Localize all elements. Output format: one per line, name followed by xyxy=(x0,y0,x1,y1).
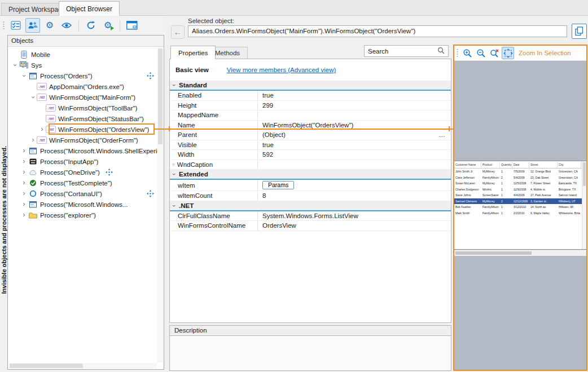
cortana-icon xyxy=(28,190,38,197)
expand-icon[interactable]: › xyxy=(20,178,28,188)
tree-item[interactable]: ›Process("CortanaUI") xyxy=(8,188,157,199)
expand-icon[interactable]: › xyxy=(20,167,28,177)
run-settings-button[interactable]: ⚙ xyxy=(100,18,115,33)
property-row[interactable]: Enabledtrue xyxy=(170,91,451,101)
expand-value-button[interactable]: … xyxy=(439,131,451,138)
objects-horizontal-scrollbar[interactable] xyxy=(8,363,157,369)
search-input[interactable]: Search xyxy=(364,45,449,57)
expand-icon[interactable]: › xyxy=(20,157,28,166)
settings-gear-button[interactable]: ⚙ xyxy=(42,18,57,33)
thumbnail-cell: 7, Flower Street xyxy=(529,180,558,187)
net-icon: .net xyxy=(37,136,47,144)
tree-item[interactable]: ›Process("Microsoft.Windows.ShellExperie… xyxy=(8,145,157,156)
expand-icon[interactable]: › xyxy=(20,189,28,198)
selected-object-field[interactable]: Aliases.Orders.WinFormsObject("MainForm"… xyxy=(188,25,567,37)
toolbar-grip[interactable] xyxy=(2,21,5,30)
objects-vertical-scrollbar[interactable] xyxy=(157,47,163,362)
property-row[interactable]: MappedName xyxy=(170,110,451,121)
thumbnail-cell: 12/9/2008 xyxy=(512,187,529,193)
scrollbar-thumb xyxy=(583,162,586,186)
thumbnail-cell: Whitestone, Brita xyxy=(558,210,581,216)
property-value: WinFormsObject("OrdersView") xyxy=(262,122,353,129)
tree-item[interactable]: ›Process("OneDrive") xyxy=(8,167,157,178)
property-row[interactable]: Height299 xyxy=(170,101,451,111)
tree-item-selected[interactable]: ›.netWinFormsObject("OrdersView") xyxy=(8,124,157,135)
search-placeholder: Search xyxy=(368,48,388,55)
highlight-on-screen-icon[interactable] xyxy=(106,169,113,176)
property-row[interactable]: WinFormsControlNameOrdersView xyxy=(170,221,451,231)
property-row[interactable]: ○WndCaption xyxy=(170,160,451,170)
tree-item[interactable]: ›Process("explorer") xyxy=(8,210,157,220)
tree-item-label: Process("explorer") xyxy=(40,212,96,219)
scrollbar-thumb[interactable] xyxy=(158,48,163,144)
expand-icon[interactable]: › xyxy=(20,146,28,156)
property-row[interactable]: Visibletrue xyxy=(170,140,451,150)
zoom-cancel-button[interactable] xyxy=(488,47,501,59)
thumbnail-cell: 17, Park Avenue xyxy=(529,192,558,198)
thumbnail-cell: 1 xyxy=(500,192,512,198)
tree-item[interactable]: .netWinFormsObject("ToolBar") xyxy=(8,103,157,113)
copy-button[interactable] xyxy=(572,24,587,39)
tree-item[interactable]: .netWinFormsObject("StatusBar") xyxy=(8,113,157,124)
tree-item-label: WinFormsObject("OrderForm") xyxy=(49,137,138,144)
net-icon: .net xyxy=(46,126,56,133)
thumbnail-cell: MyMoney xyxy=(481,198,500,205)
object-browser-window: Project Workspace Object Browser ⚙ ⚙ Inv… xyxy=(0,0,588,372)
tree-item[interactable]: ›Process("InputApp") xyxy=(8,156,157,167)
property-row[interactable]: NameWinFormsObject("OrdersView") xyxy=(170,121,451,131)
highlight-on-screen-icon[interactable] xyxy=(147,72,154,79)
property-row[interactable]: Parent(Object)… xyxy=(170,130,451,140)
visibility-eye-button[interactable] xyxy=(59,18,74,33)
collapse-icon[interactable]: › xyxy=(10,61,20,69)
params-button[interactable]: Params xyxy=(262,181,294,189)
back-button[interactable]: ← xyxy=(171,25,185,39)
show-objects-button[interactable] xyxy=(25,18,40,33)
property-name: ClrFullClassName xyxy=(178,212,230,219)
expand-icon[interactable]: › xyxy=(20,210,28,220)
tree-item[interactable]: Mobile xyxy=(8,49,157,60)
tree-item[interactable]: ›.netWinFormsObject("OrderForm") xyxy=(8,135,157,145)
scrollbar-thumb[interactable] xyxy=(10,364,83,368)
expand-icon[interactable]: › xyxy=(29,135,37,145)
zoom-in-selection-button[interactable] xyxy=(502,47,514,59)
thumbnail-cell: FamilyAlbum xyxy=(481,204,500,210)
tree-item[interactable]: ›Process("Orders") xyxy=(8,70,157,81)
property-row[interactable]: Width592 xyxy=(170,150,451,160)
tree-item[interactable]: .netAppDomain("Orders.exe") xyxy=(8,81,157,92)
property-grid: ›StandardEnabledtrueHeight299MappedNameN… xyxy=(170,81,451,231)
thumbnail-cell: 5/4/2009 xyxy=(512,175,529,181)
section-header[interactable]: ›Standard xyxy=(170,81,451,91)
thumbnail-column-header: Date xyxy=(512,162,529,168)
description-header[interactable]: Description xyxy=(169,325,451,336)
section-header[interactable]: ›Extended xyxy=(170,170,451,180)
tab-object-browser[interactable]: Object Browser xyxy=(59,1,120,16)
tree-item[interactable]: ›Process("TestComplete") xyxy=(8,178,157,188)
collapse-icon[interactable]: › xyxy=(28,94,38,101)
tree-item[interactable]: ›Process("Microsoft.Windows... xyxy=(8,199,157,210)
thumbnail-cell: 3, Garden st. xyxy=(529,198,558,205)
zoom-out-button[interactable] xyxy=(475,47,487,59)
property-row[interactable]: wItemCount8 xyxy=(170,191,451,201)
property-value: true xyxy=(262,92,274,99)
thumbnail-cell: 1 xyxy=(500,210,512,216)
thumbnail-column-header: Customer Name xyxy=(454,162,481,168)
checklist-button[interactable] xyxy=(8,18,23,33)
tab-properties[interactable]: Properties xyxy=(170,46,216,59)
expand-icon[interactable]: › xyxy=(20,200,28,209)
property-row[interactable]: ClrFullClassNameSystem.Windows.Forms.Lis… xyxy=(170,211,451,222)
window-view-button[interactable] xyxy=(125,18,139,33)
highlight-on-screen-icon[interactable] xyxy=(147,190,154,197)
tree-item[interactable]: ›.netWinFormsObject("MainForm") xyxy=(8,92,157,103)
tree-item[interactable]: ›Sys xyxy=(8,60,157,70)
zoom-in-button[interactable] xyxy=(461,47,473,59)
collapse-icon[interactable]: › xyxy=(19,72,29,79)
thumbnail-horizontal-scrollbar xyxy=(454,250,586,256)
refresh-button[interactable] xyxy=(84,18,98,33)
property-row[interactable]: wItemParams xyxy=(170,180,451,191)
toolbar-grip[interactable] xyxy=(456,48,459,57)
section-header[interactable]: ›.NET xyxy=(170,201,451,211)
advanced-view-link[interactable]: View more members (Advanced view) xyxy=(227,67,336,73)
property-value: 8 xyxy=(262,192,266,199)
expand-icon[interactable]: › xyxy=(38,125,46,134)
property-value: (Object) xyxy=(262,131,286,138)
